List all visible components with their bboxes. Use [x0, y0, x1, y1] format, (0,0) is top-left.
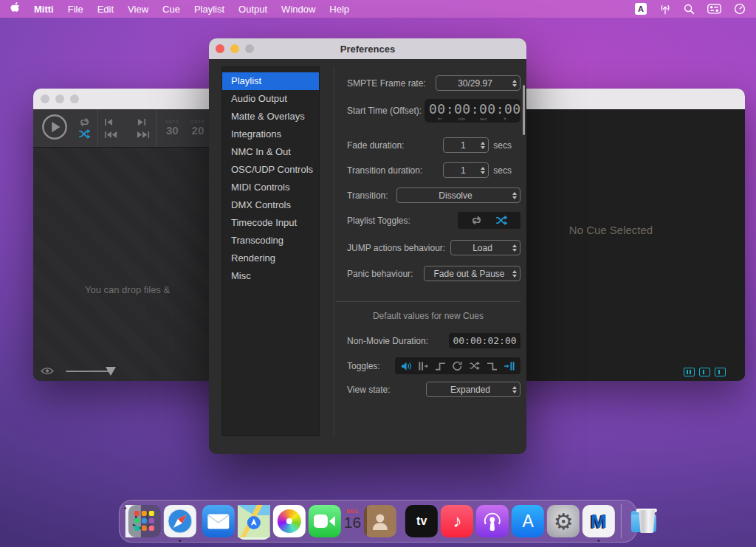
menu-view[interactable]: View — [128, 4, 148, 15]
view-state-popup[interactable]: Expanded — [426, 382, 520, 397]
output-screen-2-icon[interactable] — [715, 368, 726, 376]
eye-icon[interactable] — [41, 365, 54, 378]
fade-duration-stepper[interactable]: 1 — [443, 137, 489, 153]
menu-playlist[interactable]: Playlist — [194, 4, 224, 15]
dock-item-maps[interactable] — [238, 505, 270, 540]
shuffle-toggle-icon[interactable] — [78, 129, 92, 139]
dock-item-mitti[interactable]: M — [583, 505, 615, 537]
system-preferences-icon: ⚙ — [547, 505, 580, 537]
jump-to-end-icon[interactable] — [137, 131, 150, 139]
start-time-field[interactable]: 00:00:00:00 hr min sec fr — [425, 99, 520, 123]
sidebar-item-transcoding[interactable]: Transcoding — [222, 232, 319, 250]
drop-hint-text: You can drop files & — [85, 284, 170, 295]
sidebar-item-rendering[interactable]: Rendering — [222, 250, 319, 267]
search-icon[interactable] — [684, 4, 695, 15]
sidebar-item-osc-udp[interactable]: OSC/UDP Controls — [222, 161, 319, 179]
menu-output[interactable]: Output — [238, 4, 267, 15]
fade-duration-label: Fade duration: — [347, 140, 404, 151]
next-cue-icon[interactable] — [137, 118, 146, 126]
apple-menu[interactable] — [10, 2, 20, 16]
previous-cue-icon[interactable] — [104, 118, 114, 126]
dock-item-system-preferences[interactable]: ⚙ — [547, 505, 580, 537]
transition-row: Transition: Dissolve — [347, 188, 520, 203]
dock-item-podcasts[interactable] — [476, 505, 509, 537]
jump-actions-label: JUMP actions behaviour: — [347, 243, 445, 253]
popup-arrows-icon — [512, 244, 517, 252]
shuffle-toggle-icon[interactable] — [495, 216, 509, 225]
fade-duration-row: Fade duration: 1 secs — [347, 137, 520, 153]
menu-edit[interactable]: Edit — [97, 4, 114, 15]
output-screen-1-icon[interactable] — [699, 368, 710, 376]
sidebar-item-audio-output[interactable]: Audio Output — [222, 90, 319, 108]
dock-item-mail[interactable] — [202, 505, 235, 537]
loop-toggle-icon[interactable] — [470, 216, 484, 225]
sidebar-item-matte-overlays[interactable]: Matte & Overlays — [222, 108, 319, 125]
close-button[interactable] — [41, 94, 49, 103]
fade-in-toggle-icon[interactable] — [435, 361, 446, 371]
transition-duration-stepper[interactable]: 1 — [443, 162, 489, 178]
transition-duration-label: Transition duration: — [347, 165, 422, 176]
dock-item-tv[interactable]: tv — [405, 505, 438, 537]
sidebar-item-playlist[interactable]: Playlist — [222, 72, 319, 90]
jump-to-start-icon[interactable] — [104, 131, 117, 139]
stepper-arrows-icon[interactable] — [481, 167, 485, 174]
skip-controls — [104, 118, 150, 139]
menu-help[interactable]: Help — [329, 4, 349, 15]
audio-toggle-icon[interactable] — [401, 361, 412, 371]
dock-item-app-store[interactable]: A — [512, 505, 544, 537]
jump-actions-popup[interactable]: Load — [450, 240, 520, 255]
scrollbar-thumb[interactable] — [523, 85, 525, 135]
antenna-icon[interactable] — [659, 4, 671, 15]
zoom-button[interactable] — [70, 94, 79, 103]
dock-item-facetime[interactable] — [309, 505, 341, 537]
pause-at-end-toggle-icon[interactable] — [504, 361, 515, 371]
preferences-title-bar[interactable]: Preferences — [209, 38, 526, 59]
dock-item-contacts[interactable] — [364, 505, 396, 537]
sidebar-item-midi[interactable]: MIDI Controls — [222, 179, 319, 196]
dock-item-music[interactable]: ♪ — [441, 505, 473, 537]
popup-arrows-icon — [512, 192, 517, 199]
menu-app-name[interactable]: Mitti — [34, 4, 54, 15]
clock-icon[interactable] — [734, 3, 746, 15]
app-store-icon: A — [512, 505, 544, 537]
control-center-icon[interactable] — [707, 4, 721, 14]
pause-then-play-toggle-icon[interactable] — [418, 361, 429, 371]
loop-toggle-icon[interactable] — [78, 117, 92, 127]
goto-30-button[interactable]: GOTO 30 — [165, 120, 179, 137]
play-button[interactable] — [41, 113, 69, 144]
sidebar-divider — [334, 66, 334, 436]
toolbar-divider — [97, 109, 98, 147]
input-source-icon[interactable]: A — [635, 3, 647, 15]
transition-duration-unit: secs — [493, 165, 512, 176]
dock-item-calendar[interactable]: DEC 16 — [344, 505, 361, 531]
transition-popup[interactable]: Dissolve — [396, 188, 520, 203]
fade-out-toggle-icon[interactable] — [487, 361, 498, 371]
sidebar-item-nmc-in-out[interactable]: NMC In & Out — [222, 143, 319, 161]
panic-behaviour-label: Panic behaviour: — [347, 269, 413, 279]
non-movie-duration-field[interactable]: 00:00:02:00 — [449, 333, 520, 348]
stepper-arrows-icon[interactable] — [481, 142, 485, 149]
slider-thumb[interactable] — [106, 367, 116, 376]
goto-20-button[interactable]: GOTO 20 — [191, 120, 205, 137]
playlist-toggles-row: Playlist Toggles: — [347, 212, 520, 229]
menu-cue[interactable]: Cue — [162, 4, 180, 15]
dock-item-launchpad[interactable] — [128, 505, 161, 537]
opacity-slider[interactable] — [66, 366, 111, 376]
minimize-button[interactable] — [55, 94, 64, 103]
sidebar-item-timecode-input[interactable]: Timecode Input — [222, 214, 319, 232]
view-state-row: View state: Expanded — [347, 382, 520, 397]
dock-item-safari[interactable] — [164, 505, 196, 537]
output-format-icon[interactable] — [684, 368, 695, 376]
shuffle-cue-toggle-icon[interactable] — [469, 361, 481, 371]
menu-file[interactable]: File — [68, 4, 83, 15]
smpte-row: SMPTE Frame rate: 30/29.97 — [347, 75, 520, 91]
smpte-framerate-popup[interactable]: 30/29.97 — [436, 75, 520, 91]
panic-behaviour-popup[interactable]: Fade out & Pause — [424, 266, 520, 281]
slider-track — [66, 371, 111, 372]
loop-cue-toggle-icon[interactable] — [452, 361, 463, 371]
menu-window[interactable]: Window — [281, 4, 315, 15]
sidebar-item-dmx[interactable]: DMX Controls — [222, 196, 319, 214]
dock-item-photos[interactable] — [273, 505, 306, 537]
sidebar-item-misc[interactable]: Misc — [222, 267, 319, 285]
sidebar-item-integrations[interactable]: Integrations — [222, 125, 319, 143]
